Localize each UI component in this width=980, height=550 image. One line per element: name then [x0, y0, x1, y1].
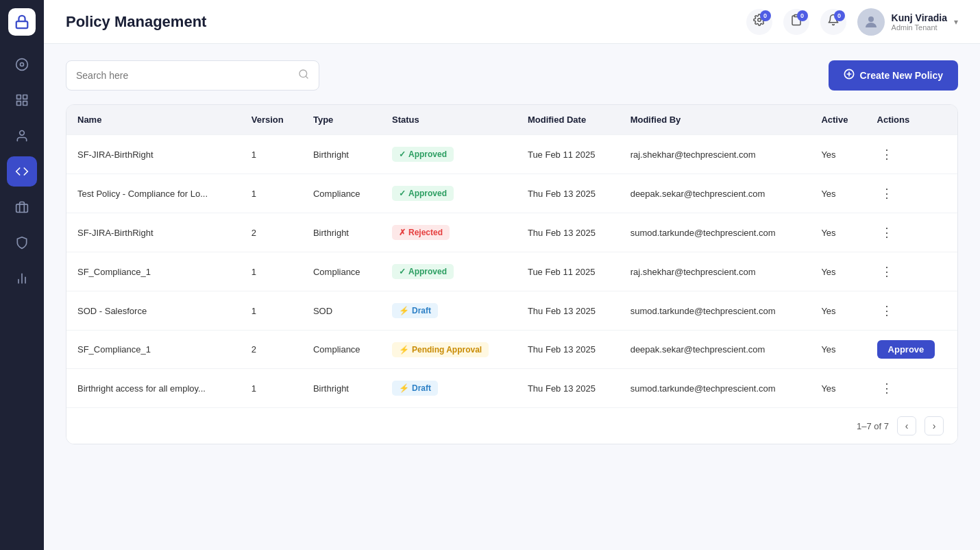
sidebar-item-shield[interactable] [7, 228, 37, 258]
status-badge: ✓ Approved [392, 264, 454, 279]
table-body: SF-JIRA-BirthRight 1 Birthright ✓ Approv… [66, 135, 957, 408]
svg-line-16 [306, 76, 308, 78]
approve-button[interactable]: Approve [877, 340, 935, 359]
cell-actions: ⋮ [866, 135, 957, 174]
svg-rect-5 [23, 101, 27, 106]
svg-point-14 [868, 16, 874, 22]
cell-type: Compliance [302, 331, 381, 369]
cell-active: Yes [810, 135, 866, 174]
cell-type: SOD [302, 291, 381, 331]
create-policy-label: Create New Policy [860, 70, 943, 81]
status-badge: ✓ Approved [392, 186, 454, 201]
cell-modified-by: deepak.sekar@techprescient.com [620, 331, 811, 369]
actions-menu-button[interactable]: ⋮ [877, 223, 896, 242]
svg-rect-6 [17, 101, 21, 106]
cell-version: 1 [241, 291, 302, 331]
sidebar-item-users[interactable] [7, 121, 37, 151]
create-policy-button[interactable]: Create New Policy [829, 60, 958, 91]
sidebar-item-policy[interactable] [7, 156, 37, 187]
svg-point-7 [20, 131, 25, 136]
cell-status: ✗ Rejected [381, 213, 517, 252]
cell-status: ✓ Approved [381, 174, 517, 213]
pagination-next-button[interactable]: › [924, 416, 944, 435]
svg-rect-0 [16, 21, 28, 28]
sidebar-item-reports[interactable] [7, 263, 37, 294]
plus-circle-icon [844, 69, 855, 82]
sidebar-item-dashboard[interactable] [7, 49, 37, 80]
table-row: SF-JIRA-BirthRight 2 Birthright ✗ Reject… [66, 213, 957, 252]
cell-active: Yes [810, 331, 866, 369]
pagination-info: 1–7 of 7 [857, 421, 889, 431]
svg-point-2 [21, 63, 24, 67]
status-icon: ⚡ [399, 345, 409, 355]
chevron-right-icon: › [933, 420, 936, 431]
cell-modified-date: Thu Feb 13 2025 [517, 291, 620, 331]
table-row: SOD - Salesforce 1 SOD ⚡ Draft Thu Feb 1… [66, 291, 957, 331]
actions-menu-button[interactable]: ⋮ [877, 184, 896, 203]
body-area: Create New Policy Name Version Type Stat… [44, 44, 980, 550]
actions-menu-button[interactable]: ⋮ [877, 262, 896, 281]
cell-name: SOD - Salesforce [66, 291, 241, 331]
cell-actions: ⋮ [866, 369, 957, 408]
cell-type: Compliance [302, 174, 381, 213]
cell-modified-date: Tue Feb 11 2025 [517, 135, 620, 174]
cell-name: SF-JIRA-BirthRight [66, 135, 241, 174]
cell-status: ⚡ Draft [381, 291, 517, 331]
col-actions: Actions [866, 105, 957, 135]
search-input[interactable] [76, 70, 291, 81]
cell-modified-by: deepak.sekar@techprescient.com [620, 174, 811, 213]
sidebar-item-apps[interactable] [7, 85, 37, 115]
status-icon: ⚡ [399, 306, 409, 315]
cell-status: ⚡ Pending Approval [381, 331, 517, 369]
actions-menu-button[interactable]: ⋮ [877, 301, 896, 320]
cell-modified-by: raj.shekhar@techprescient.com [620, 135, 811, 174]
svg-rect-8 [16, 204, 28, 213]
col-modified-date: Modified Date [517, 105, 620, 135]
cell-modified-by: raj.shekhar@techprescient.com [620, 252, 811, 291]
cell-version: 2 [241, 213, 302, 252]
cell-version: 1 [241, 252, 302, 291]
cell-status: ✓ Approved [381, 135, 517, 174]
avatar [857, 8, 885, 36]
clipboard-button[interactable]: 0 [783, 9, 809, 35]
notifications-button[interactable]: 0 [820, 9, 846, 35]
sidebar-item-briefcase[interactable] [7, 192, 37, 222]
svg-point-1 [16, 59, 28, 71]
table-row: SF-JIRA-BirthRight 1 Birthright ✓ Approv… [66, 135, 957, 174]
actions-menu-button[interactable]: ⋮ [877, 379, 896, 398]
cell-version: 2 [241, 331, 302, 369]
notifications-badge: 0 [834, 10, 845, 21]
cell-version: 1 [241, 135, 302, 174]
col-active: Active [810, 105, 866, 135]
cell-active: Yes [810, 291, 866, 331]
pagination-prev-button[interactable]: ‹ [897, 416, 916, 435]
table-row: Test Policy - Compliance for Lo... 1 Com… [66, 174, 957, 213]
cell-type: Compliance [302, 252, 381, 291]
cell-modified-date: Tue Feb 11 2025 [517, 252, 620, 291]
user-details: Kunj Viradia Admin Tenant [892, 12, 947, 32]
actions-menu-button[interactable]: ⋮ [877, 145, 896, 164]
status-badge: ⚡ Pending Approval [392, 342, 489, 357]
status-badge: ⚡ Draft [392, 381, 438, 396]
cell-status: ✓ Approved [381, 252, 517, 291]
settings-button[interactable]: 0 [746, 9, 772, 35]
pagination-row: 1–7 of 7 ‹ › [66, 407, 957, 444]
svg-rect-3 [17, 95, 21, 99]
col-status: Status [381, 105, 517, 135]
cell-version: 1 [241, 369, 302, 408]
status-badge: ✓ Approved [392, 147, 454, 162]
cell-actions: ⋮ [866, 174, 957, 213]
status-icon: ⚡ [399, 383, 409, 393]
col-version: Version [241, 105, 302, 135]
sidebar [0, 0, 44, 550]
clipboard-badge: 0 [797, 10, 808, 21]
status-icon: ✗ [399, 228, 406, 237]
cell-actions: ⋮ [866, 291, 957, 331]
search-icon [298, 69, 309, 82]
header-actions: 0 0 0 [746, 8, 958, 36]
cell-modified-by: sumod.tarkunde@techprescient.com [620, 291, 811, 331]
cell-version: 1 [241, 174, 302, 213]
user-menu[interactable]: Kunj Viradia Admin Tenant ▾ [857, 8, 958, 36]
status-icon: ✓ [399, 150, 406, 159]
cell-type: Birthright [302, 213, 381, 252]
